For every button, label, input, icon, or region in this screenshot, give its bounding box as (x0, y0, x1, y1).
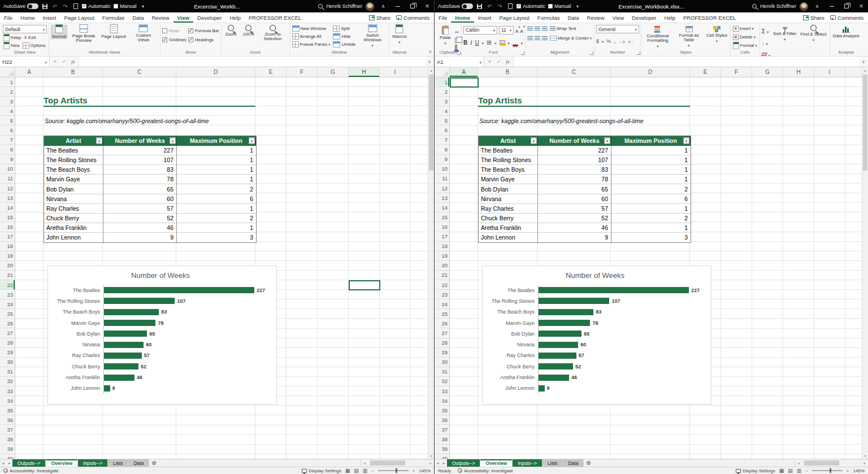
row-header-37[interactable]: 37 (435, 425, 449, 434)
row-header-40[interactable]: 40 (0, 454, 15, 459)
row-header-35[interactable]: 35 (0, 406, 15, 415)
weeks-bar-chart[interactable]: Number of WeeksThe Beatles227The Rolling… (482, 266, 711, 405)
number-format-dropdown[interactable]: General (596, 25, 639, 33)
column-header-F[interactable]: F (287, 67, 318, 77)
value-cell[interactable]: 46 (103, 223, 177, 233)
scroll-down-icon[interactable]: ▼ (428, 453, 434, 459)
new-sheet-button[interactable] (149, 459, 158, 467)
quick-access-icon[interactable] (72, 2, 79, 10)
cancel-icon[interactable]: × (51, 59, 59, 64)
dialog-launcher-icon[interactable] (637, 51, 640, 55)
manual-calculation-button[interactable]: Manual (114, 3, 137, 9)
sheet-nav-left-icon[interactable]: ◂ (435, 459, 441, 467)
autosum-icon[interactable] (762, 25, 765, 36)
row-header-18[interactable]: 18 (0, 242, 15, 251)
row-header-38[interactable]: 38 (0, 434, 15, 444)
row-header-12[interactable]: 12 (0, 184, 15, 193)
zoom-slider[interactable] (812, 470, 843, 471)
value-cell[interactable]: 6 (611, 194, 691, 204)
save-icon[interactable] (41, 2, 49, 10)
value-cell[interactable]: 107 (538, 155, 611, 165)
sheet-tab-overview[interactable]: Overview (480, 459, 513, 467)
row-header-28[interactable]: 28 (435, 338, 449, 348)
data-analysis-button[interactable]: Data Analysis (832, 25, 861, 38)
filter-dropdown-icon[interactable]: ▾ (249, 138, 255, 144)
formula-bar-expand-icon[interactable]: ∨ (859, 56, 868, 67)
enter-icon[interactable]: ✓ (60, 59, 68, 64)
sheet-tab-lists[interactable]: Lists (542, 459, 563, 467)
increase-font-size-icon[interactable] (515, 25, 518, 35)
row-header-13[interactable]: 13 (0, 193, 15, 203)
split-button[interactable]: Split (332, 25, 356, 32)
ribbon-tab-review[interactable]: Review (147, 12, 173, 23)
decrease-font-size-icon[interactable] (520, 25, 523, 35)
value-cell[interactable]: 57 (538, 204, 611, 214)
chart-bar[interactable] (539, 375, 569, 381)
sheet-tab-outputs[interactable]: Outputs--> (12, 459, 46, 467)
row-header-7[interactable]: 7 (0, 136, 15, 145)
cells-area[interactable]: Top Artists Source: kaggle.com/omarhanyy… (15, 77, 428, 459)
row-header-15[interactable]: 15 (435, 212, 449, 222)
comments-button[interactable]: Comments (830, 15, 863, 21)
row-header-17[interactable]: 17 (0, 232, 15, 242)
zoom-to-selection-button[interactable]: Zoom to Selection (258, 25, 288, 41)
value-cell[interactable]: 1 (611, 155, 691, 165)
keep-sheet-view-button[interactable]: Keep (3, 34, 21, 41)
ribbon-tab-home[interactable]: Home (451, 12, 474, 23)
artist-cell[interactable]: The Beach Boys (479, 165, 538, 175)
cells-area[interactable]: Top Artists Source: kaggle.com/omarhanyy… (450, 77, 862, 459)
align-bottom-icon[interactable] (542, 27, 548, 31)
filter-dropdown-icon[interactable]: ▾ (604, 138, 610, 144)
ribbon-tab-insert[interactable]: Insert (39, 12, 60, 23)
formula-input[interactable] (79, 56, 425, 67)
artist-cell[interactable]: Marvin Gaye (44, 175, 103, 184)
ribbon-tab-home[interactable]: Home (16, 12, 38, 23)
artist-cell[interactable]: Aretha Franklin (44, 223, 103, 233)
scroll-left-icon[interactable]: ◂ (795, 459, 802, 467)
chart-bar[interactable] (104, 287, 254, 293)
freeze-panes-button[interactable]: Freeze Panes (292, 41, 331, 48)
restore-button[interactable] (407, 1, 418, 12)
user-name[interactable]: Henrik Schiffner (760, 3, 796, 9)
fill-icon[interactable] (762, 37, 765, 47)
zoom-button[interactable]: Zoom (223, 25, 239, 37)
column-header-C[interactable]: C (537, 67, 611, 77)
chart-bar[interactable] (104, 385, 110, 392)
search-icon[interactable] (318, 4, 323, 8)
scrollbar-thumb[interactable] (429, 75, 433, 171)
row-header-6[interactable]: 6 (0, 125, 15, 135)
chart-bar[interactable] (539, 298, 609, 304)
ribbon-tab-professor-excel[interactable]: PROFESSOR EXCEL (245, 12, 305, 23)
row-header-25[interactable]: 25 (0, 309, 15, 319)
row-header-34[interactable]: 34 (435, 396, 449, 406)
sheet-tab-inputs[interactable]: Inputs--> (513, 459, 542, 467)
zoom-out-icon[interactable] (805, 468, 808, 473)
chart-bar[interactable] (104, 375, 134, 381)
scroll-up-icon[interactable]: ▲ (862, 67, 868, 73)
artist-cell[interactable]: Nirvana (479, 194, 538, 204)
chart-bar[interactable] (104, 298, 175, 304)
custom-views-button[interactable]: Custom Views (129, 25, 158, 42)
normal-view-shortcut-icon[interactable] (345, 468, 350, 473)
new-window-button[interactable]: New Window (292, 25, 331, 32)
row-header-26[interactable]: 26 (435, 319, 449, 328)
chart-bar[interactable] (539, 385, 545, 392)
display-settings-button[interactable]: Display Settings (736, 468, 775, 473)
display-settings-button[interactable]: Display Settings (302, 468, 341, 473)
artist-cell[interactable]: The Rolling Stones (44, 155, 103, 165)
row-header-36[interactable]: 36 (0, 415, 15, 425)
row-header-39[interactable]: 39 (435, 445, 449, 454)
row-header-2[interactable]: 2 (435, 87, 449, 97)
zoom-percent[interactable]: 145% (853, 468, 865, 473)
value-cell[interactable]: 60 (538, 194, 611, 204)
row-header-18[interactable]: 18 (435, 242, 449, 251)
value-cell[interactable]: 1 (177, 204, 256, 214)
copy-icon[interactable] (455, 38, 459, 43)
row-header-33[interactable]: 33 (435, 386, 449, 396)
wrap-text-button[interactable]: Wrap Text (549, 25, 577, 32)
quick-access-dropdown-icon[interactable] (574, 2, 581, 10)
artist-cell[interactable]: Bob Dylan (44, 184, 103, 194)
row-header-39[interactable]: 39 (0, 445, 15, 454)
restore-button[interactable] (841, 1, 852, 12)
artist-cell[interactable]: Marvin Gaye (479, 175, 538, 184)
